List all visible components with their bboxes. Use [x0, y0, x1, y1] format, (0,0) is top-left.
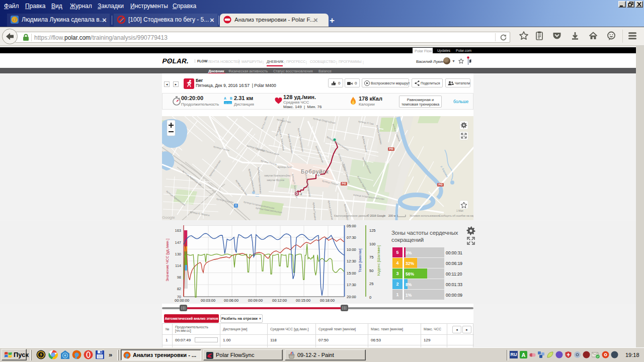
svg-text:05:00: 05:00	[347, 224, 356, 228]
svg-text:завулак Кааператыўны: завулак Кааператыўны	[264, 174, 291, 177]
svg-text:15:00: 15:00	[347, 271, 356, 276]
svg-text:Р43: Р43	[389, 148, 393, 150]
svg-text:50: 50	[369, 268, 373, 273]
svg-text:B: B	[230, 97, 232, 100]
svg-text:12:30: 12:30	[347, 259, 356, 263]
svg-text:98: 98	[177, 275, 181, 280]
svg-text:100: 100	[369, 242, 376, 246]
svg-text:Google: Google	[162, 215, 175, 220]
svg-text:0: 0	[369, 295, 371, 300]
svg-text:00:12:00: 00:12:00	[272, 298, 287, 303]
svg-text:00:09:00: 00:09:00	[248, 298, 263, 303]
svg-text:-2: -2	[299, 193, 302, 196]
svg-text:Условия использования: Условия использования	[410, 214, 440, 217]
svg-text:Каденс [Шаг/мин]: Каденс [Шаг/мин]	[376, 245, 381, 276]
svg-text:A: A	[522, 352, 526, 358]
svg-text:20:00: 20:00	[347, 295, 356, 299]
svg-text:114: 114	[175, 263, 181, 268]
svg-text:A: A	[224, 97, 226, 100]
svg-text:147: 147	[175, 240, 181, 245]
svg-text:POLAR.: POLAR.	[162, 58, 190, 64]
svg-text:@: @	[12, 17, 17, 22]
svg-text:00:00:00: 00:00:00	[175, 298, 189, 303]
svg-text:82: 82	[177, 287, 181, 291]
svg-text:163: 163	[175, 228, 181, 233]
svg-text:Значение ЧСС [уд./мин.]: Значение ЧСС [уд./мин.]	[165, 238, 170, 281]
svg-text:130: 130	[175, 252, 181, 256]
svg-text:Р43: Р43	[438, 184, 443, 186]
svg-text:00:18:00: 00:18:00	[320, 298, 335, 303]
svg-text:75: 75	[369, 255, 373, 259]
svg-text:07:30: 07:30	[347, 235, 356, 240]
svg-text:© 2016 Google: © 2016 Google	[367, 214, 385, 217]
svg-text:Сообщить об ошибке на карте: Сообщить об ошибке на карте	[439, 214, 473, 217]
svg-text:25: 25	[369, 282, 373, 286]
svg-text:завулак Фрунзе: завулак Фрунзе	[267, 179, 285, 182]
svg-text:200 м: 200 м	[388, 214, 395, 217]
svg-text:вулица Лазо: вулица Лазо	[278, 166, 292, 168]
svg-text:10:00: 10:00	[347, 247, 356, 252]
svg-text:00:06:00: 00:06:00	[224, 298, 238, 303]
svg-text:17:30: 17:30	[347, 283, 356, 287]
svg-text:125: 125	[369, 228, 376, 233]
svg-text:Картографические данные: Картографические данные	[334, 214, 368, 217]
svg-text:Темп [мин/км]: Темп [мин/км]	[358, 248, 362, 273]
svg-text:00:15:00: 00:15:00	[296, 298, 310, 303]
svg-text:Р43: Р43	[342, 183, 346, 185]
svg-text:1 Мая: 1 Мая	[456, 210, 463, 212]
svg-text:00:03:00: 00:03:00	[201, 298, 215, 303]
